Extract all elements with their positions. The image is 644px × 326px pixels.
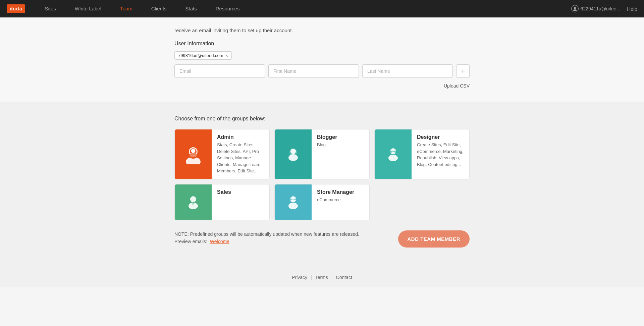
nav-stats[interactable]: Stats (176, 0, 206, 17)
admin-name: Admin (217, 134, 264, 140)
email-input[interactable] (174, 64, 265, 78)
admin-info: Admin Stats, Create Sites, Delete Sites,… (212, 129, 269, 179)
role-card-store-manager[interactable]: Store Manager eCommerce (274, 184, 370, 220)
admin-desc: Stats, Create Sites, Delete Sites, API, … (217, 142, 264, 174)
svg-point-10 (290, 149, 296, 154)
designer-desc: Create Sites, Edit Site, eCommerce, Mark… (417, 142, 464, 168)
role-card-blogger[interactable]: Blogger Blog (274, 129, 370, 179)
first-name-input[interactable] (268, 64, 359, 78)
svg-point-0 (574, 7, 576, 9)
designer-name: Designer (417, 134, 464, 140)
designer-icon-block (375, 129, 412, 179)
email-tag: 799816ad@uifeed.com × (174, 51, 232, 60)
email-tag-close-button[interactable]: × (225, 53, 228, 58)
blogger-icon-block (275, 129, 312, 179)
logo: duda (7, 4, 25, 13)
help-link[interactable]: Help (627, 6, 637, 12)
note-container: NOTE: Predefined groups will be automati… (174, 230, 359, 246)
sales-icon-block (175, 184, 212, 220)
sales-info: Sales (212, 184, 269, 220)
store-manager-desc: eCommerce (317, 197, 364, 203)
svg-rect-15 (394, 151, 397, 153)
last-name-input[interactable] (362, 64, 453, 78)
note-text: NOTE: Predefined groups will be automati… (174, 230, 359, 238)
designer-info: Designer Create Sites, Edit Site, eComme… (412, 129, 469, 179)
nav-links: Sites White Label Team Clients Stats Res… (35, 0, 571, 17)
svg-point-17 (190, 196, 196, 202)
svg-rect-22 (290, 199, 292, 200)
svg-rect-23 (294, 199, 297, 200)
nav-right: 6229411a@uifee... Help (571, 5, 637, 12)
store-manager-icon-block (275, 184, 312, 220)
add-team-member-button[interactable]: ADD TEAM MEMBER (398, 230, 470, 248)
add-user-row-button[interactable]: + (456, 64, 470, 78)
user-menu[interactable]: 6229411a@uifee... (571, 5, 621, 12)
preview-text: Preview emails: Welcome (174, 238, 359, 245)
blogger-name: Blogger (317, 134, 364, 140)
role-card-admin[interactable]: Admin Stats, Create Sites, Delete Sites,… (174, 129, 270, 179)
svg-point-7 (191, 148, 196, 153)
user-email: 6229411a@uifee... (581, 6, 621, 11)
nav-white-label[interactable]: White Label (65, 0, 111, 17)
intro-text: receive an email inviting them to set up… (174, 28, 470, 33)
svg-point-1 (573, 9, 577, 11)
footer-terms-link[interactable]: Terms (312, 275, 331, 280)
user-avatar-icon (571, 5, 579, 12)
empty-card-slot (374, 184, 470, 220)
store-manager-name: Store Manager (317, 189, 364, 195)
store-manager-info: Store Manager eCommerce (312, 184, 369, 220)
nav-resources[interactable]: Resources (206, 0, 249, 17)
top-section: receive an email inviting them to set up… (0, 17, 644, 102)
footer-privacy-link[interactable]: Privacy (288, 275, 311, 280)
preview-welcome-link[interactable]: Welcome (210, 239, 229, 244)
svg-point-11 (288, 154, 298, 161)
role-cards-row2: Sales Store Manager (174, 184, 470, 220)
nav-sites[interactable]: Sites (35, 0, 65, 17)
user-info-title: User Information (174, 41, 470, 47)
admin-icon-block (175, 129, 212, 179)
blogger-desc: Blog (317, 142, 364, 148)
upload-csv-row: Upload CSV (174, 83, 470, 89)
footer: Privacy | Terms | Contact (0, 268, 644, 287)
sales-name: Sales (217, 189, 264, 195)
blogger-info: Blogger Blog (312, 129, 369, 179)
preview-label: Preview emails: (174, 239, 207, 244)
svg-point-8 (190, 153, 197, 157)
nav-clients[interactable]: Clients (142, 0, 176, 17)
navigation: duda Sites White Label Team Clients Stat… (0, 0, 644, 17)
upload-csv-link[interactable]: Upload CSV (444, 83, 470, 89)
svg-point-13 (388, 155, 398, 161)
nav-team[interactable]: Team (111, 0, 142, 17)
role-card-designer[interactable]: Designer Create Sites, Edit Site, eComme… (374, 129, 470, 179)
user-form-row: + (174, 64, 470, 78)
svg-point-21 (288, 203, 298, 209)
note-row: NOTE: Predefined groups will be automati… (174, 230, 470, 248)
email-tags-container: 799816ad@uifeed.com × (174, 51, 470, 60)
groups-title: Choose from one of the groups below: (174, 116, 470, 122)
email-tag-value: 799816ad@uifeed.com (178, 53, 223, 58)
role-cards-row1: Admin Stats, Create Sites, Delete Sites,… (174, 129, 470, 179)
footer-contact-link[interactable]: Contact (333, 275, 356, 280)
role-card-sales[interactable]: Sales (174, 184, 270, 220)
bottom-section: Choose from one of the groups below: (0, 102, 644, 268)
svg-rect-14 (389, 151, 392, 153)
